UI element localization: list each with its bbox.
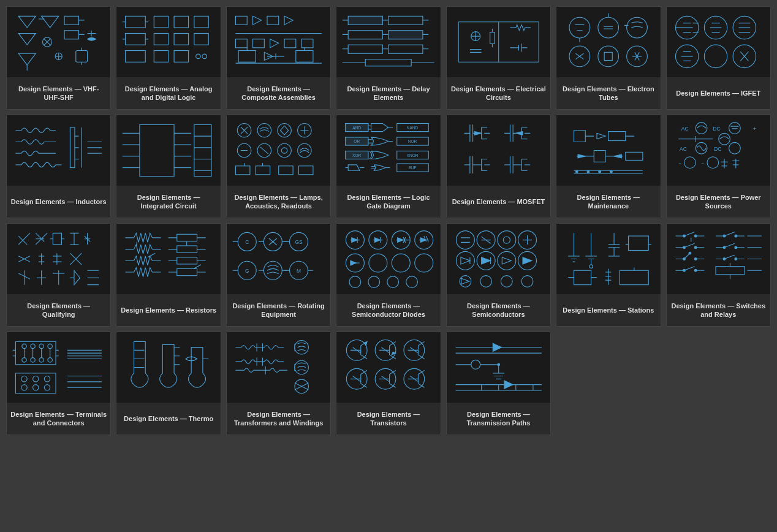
svg-marker-402 bbox=[461, 257, 470, 264]
svg-text:~: ~ bbox=[701, 161, 704, 166]
card-transmission-paths[interactable]: Design Elements — Transmission Paths bbox=[446, 332, 551, 435]
svg-point-104 bbox=[598, 46, 619, 67]
card-image-semi-diodes bbox=[336, 224, 440, 294]
svg-text:OR: OR bbox=[354, 139, 360, 143]
card-image-power-sources: AC DC + AC DC ~ ~ bbox=[667, 115, 770, 186]
svg-point-498 bbox=[48, 358, 52, 362]
card-mosfet[interactable]: Design Elements — MOSFET bbox=[446, 115, 551, 218]
svg-marker-555 bbox=[365, 341, 368, 346]
svg-marker-241 bbox=[574, 131, 586, 142]
card-image-qualifying bbox=[7, 224, 110, 294]
card-image-composite bbox=[227, 7, 330, 77]
svg-marker-246 bbox=[594, 151, 605, 162]
card-inductors[interactable]: Design Elements — Inductors bbox=[6, 115, 111, 218]
svg-line-324 bbox=[148, 253, 155, 257]
svg-marker-46 bbox=[270, 39, 279, 48]
svg-text:AC: AC bbox=[680, 146, 687, 152]
svg-point-491 bbox=[22, 344, 26, 348]
svg-text:XNOR: XNOR bbox=[407, 153, 419, 158]
card-stations[interactable]: Design Elements — Stations bbox=[556, 223, 661, 327]
card-image-transmission bbox=[447, 332, 550, 403]
card-vhf-uhf-shf[interactable]: Design Elements — VHF-UHF-SHF bbox=[6, 6, 111, 110]
card-maintenance[interactable]: Design Elements — Maintenance bbox=[556, 115, 661, 218]
svg-marker-408 bbox=[502, 257, 511, 264]
card-transistors[interactable]: Design Elements — Transistors bbox=[336, 332, 441, 435]
svg-line-450 bbox=[684, 243, 694, 248]
card-label-qualifying: Design Elements — Qualifying bbox=[7, 294, 110, 326]
card-image-electrical bbox=[447, 7, 550, 77]
card-logic-gate[interactable]: AND NAND OR NOR XOR XNOR bbox=[336, 115, 441, 218]
svg-text:AND: AND bbox=[353, 126, 362, 130]
card-lamps[interactable]: Design Elements — Lamps, Acoustics, Read… bbox=[226, 115, 331, 218]
svg-line-472 bbox=[724, 243, 735, 248]
svg-marker-243 bbox=[597, 133, 605, 139]
card-integrated-circuit[interactable]: Design Elements — Integrated Circuit bbox=[116, 115, 221, 218]
card-qualifying[interactable]: Design Elements — Qualifying bbox=[6, 223, 111, 327]
svg-rect-58 bbox=[388, 16, 423, 25]
card-semiconductors[interactable]: Design Elements — Semiconductors bbox=[446, 223, 551, 327]
svg-point-384 bbox=[392, 254, 411, 272]
svg-point-271 bbox=[729, 142, 740, 154]
card-switches-relays[interactable]: Design Elements — Switches and Relays bbox=[666, 223, 771, 327]
card-electrical[interactable]: Design Elements — Electrical Circuits bbox=[446, 6, 551, 110]
svg-point-494 bbox=[48, 344, 52, 348]
card-resistors[interactable]: Design Elements — Resistors bbox=[116, 223, 221, 327]
card-power-sources[interactable]: AC DC + AC DC ~ ~ bbox=[666, 115, 771, 218]
card-image-delay bbox=[336, 7, 440, 77]
svg-rect-21 bbox=[126, 16, 146, 28]
svg-point-511 bbox=[21, 385, 27, 390]
svg-marker-11 bbox=[18, 53, 36, 65]
svg-marker-248 bbox=[578, 154, 585, 158]
card-electron-tubes[interactable]: Design Elements — Electron Tubes bbox=[556, 6, 661, 110]
svg-point-389 bbox=[406, 276, 418, 288]
svg-rect-32 bbox=[174, 33, 188, 45]
card-image-thermo bbox=[116, 332, 220, 403]
card-image-terminals bbox=[7, 332, 110, 403]
svg-point-492 bbox=[31, 344, 35, 348]
card-label-ic: Design Elements — Integrated Circuit bbox=[116, 186, 220, 218]
svg-line-585 bbox=[419, 370, 425, 374]
svg-text:C: C bbox=[245, 239, 249, 245]
svg-marker-0 bbox=[18, 16, 36, 28]
svg-point-385 bbox=[415, 254, 433, 272]
svg-point-415 bbox=[521, 276, 533, 287]
svg-text:BUF: BUF bbox=[409, 165, 417, 170]
card-semiconductor-diodes[interactable]: Design Elements — Semiconductor Diodes bbox=[336, 223, 441, 327]
svg-marker-382 bbox=[351, 260, 356, 265]
svg-text:NAND: NAND bbox=[407, 126, 419, 130]
svg-rect-29 bbox=[154, 33, 169, 45]
svg-line-586 bbox=[419, 384, 425, 388]
svg-point-91 bbox=[569, 17, 590, 38]
svg-rect-8 bbox=[64, 31, 78, 39]
svg-rect-33 bbox=[174, 51, 188, 63]
card-label-vhf: Design Elements — VHF-UHF-SHF bbox=[7, 77, 110, 109]
svg-line-172 bbox=[260, 147, 268, 154]
svg-marker-2 bbox=[18, 33, 36, 45]
card-thermo[interactable]: Design Elements — Thermo bbox=[116, 332, 221, 435]
svg-text:NOR: NOR bbox=[408, 139, 417, 143]
card-delay[interactable]: Design Elements — Delay Elements bbox=[336, 6, 441, 110]
svg-marker-368 bbox=[375, 238, 381, 242]
svg-rect-57 bbox=[348, 16, 382, 25]
card-label-switches: Design Elements — Switches and Relays bbox=[667, 294, 770, 326]
card-rotating[interactable]: C GS G M bbox=[226, 223, 331, 327]
svg-line-340 bbox=[194, 265, 201, 269]
svg-rect-180 bbox=[279, 166, 293, 175]
svg-rect-440 bbox=[620, 270, 649, 284]
svg-rect-251 bbox=[626, 152, 643, 160]
svg-rect-16 bbox=[76, 51, 88, 63]
card-image-analog bbox=[116, 7, 220, 77]
card-label-transistors: Design Elements — Transistors bbox=[336, 403, 440, 435]
svg-marker-412 bbox=[461, 278, 469, 284]
svg-rect-177 bbox=[256, 166, 270, 175]
svg-line-568 bbox=[419, 355, 425, 359]
card-composite[interactable]: Design Elements — Composite Assemblies bbox=[226, 6, 331, 110]
card-transformers[interactable]: Design Elements — Transformers and Windi… bbox=[226, 332, 331, 435]
card-image-ic bbox=[116, 115, 220, 186]
card-terminals[interactable]: Design Elements — Terminals and Connecto… bbox=[6, 332, 111, 435]
card-analog-digital[interactable]: Design Elements — Analog and Digital Log… bbox=[116, 6, 221, 110]
svg-rect-72 bbox=[366, 59, 412, 66]
svg-rect-430 bbox=[629, 236, 649, 250]
svg-line-462 bbox=[684, 267, 694, 271]
card-igfet[interactable]: Design Elements — IGFET bbox=[666, 6, 771, 110]
